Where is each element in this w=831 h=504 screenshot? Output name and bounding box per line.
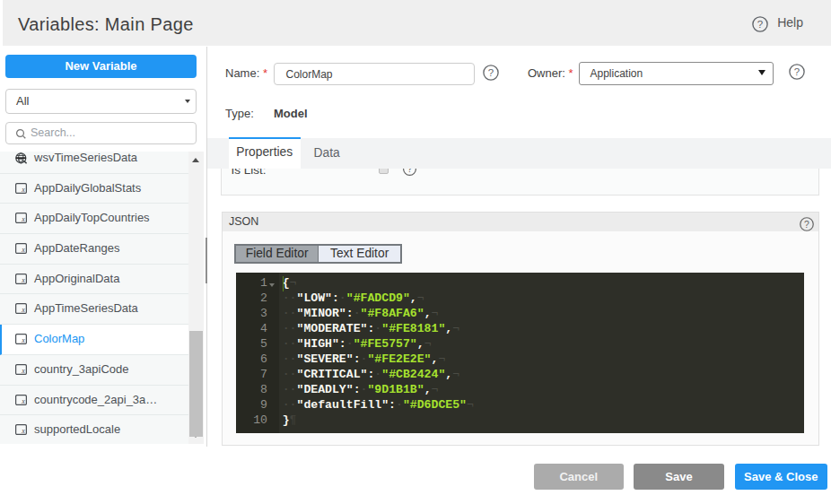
svg-text:x: x [21,427,25,435]
svg-text:?: ? [793,66,799,77]
svg-text:x: x [21,367,25,375]
svg-text:x: x [21,215,25,223]
svg-text:x: x [21,306,25,314]
svg-text:?: ? [407,169,413,174]
svg-text:x: x [21,276,25,284]
svg-text:?: ? [488,67,494,78]
svg-text:x: x [21,336,25,344]
svg-text:x: x [21,246,25,254]
svg-text:?: ? [757,19,763,30]
svg-text:x: x [21,186,25,194]
svg-text:x: x [21,397,25,405]
svg-text:?: ? [804,219,809,229]
